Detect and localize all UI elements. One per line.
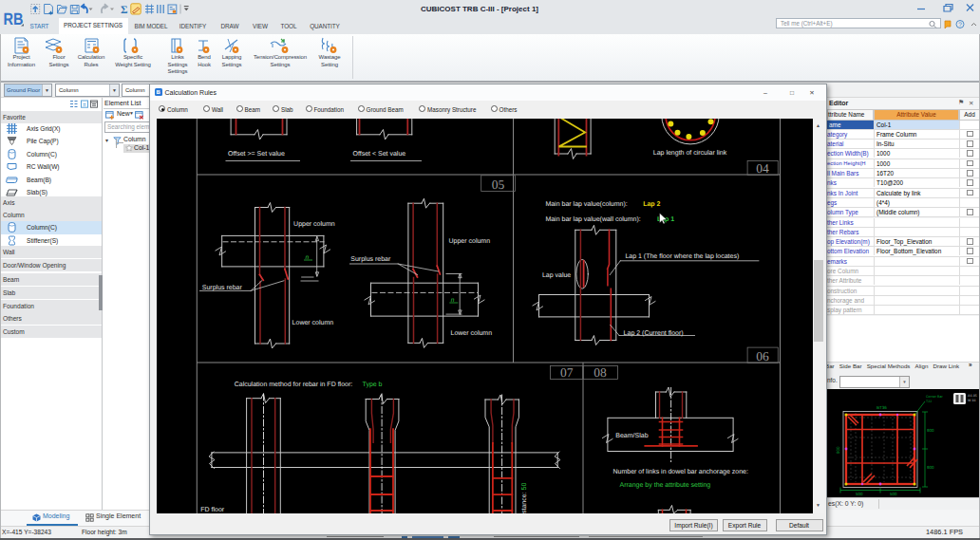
svg-text:Upper column: Upper column [448,236,490,244]
svg-text:Arrange by the attribute setti: Arrange by the attribute setting [619,481,710,489]
svg-text:FD floor: FD floor [200,506,225,513]
svg-text:Surplus rebar: Surplus rebar [350,254,391,262]
svg-text:05: 05 [491,177,504,191]
svg-text:04: 04 [756,161,769,176]
svg-text:Lap length of circular link: Lap length of circular link [652,149,726,157]
svg-text:900: 900 [836,446,840,454]
svg-text:T22: T22 [926,400,932,403]
svg-text:Main bar lap value(column):: Main bar lap value(column): [545,200,627,208]
svg-text:900: 900 [927,465,934,470]
svg-text:?: ? [958,22,962,28]
svg-text:900: 900 [927,428,934,433]
svg-text:Main bar lap value(wall column: Main bar lap value(wall column): [545,214,640,222]
svg-text:n: n [305,253,309,260]
svg-text:Lower column: Lower column [292,318,333,326]
svg-text:RB: RB [4,11,24,28]
svg-text:W 34: W 34 [968,399,975,402]
svg-text:Lap 2: Lap 2 [643,201,660,208]
svg-text:Surplus rebar: Surplus rebar [201,283,242,290]
svg-text:Offset >= Set value: Offset >= Set value [228,150,285,158]
svg-text:Lap value: Lap value [541,270,570,278]
svg-text:BT36: BT36 [876,405,887,410]
svg-text:Corner Bar: Corner Bar [926,395,943,399]
svg-text:500: 500 [856,492,863,496]
svg-text:08: 08 [594,365,607,380]
svg-text:Lower column: Lower column [450,328,492,336]
svg-text:stance: 50: stance: 50 [520,482,527,512]
svg-text:06: 06 [756,348,769,363]
svg-text:Beam/Slab: Beam/Slab [615,432,648,439]
svg-text:500: 500 [890,492,897,496]
svg-text:AS 35: AS 35 [968,394,977,398]
svg-text:Σ: Σ [121,5,128,15]
svg-text:Upper column: Upper column [293,220,335,228]
svg-text:Type b: Type b [362,381,382,388]
svg-text:Offset < Set value: Offset < Set value [352,150,405,158]
svg-text:Calculation method for rebar i: Calculation method for rebar in FD floor… [234,381,352,388]
svg-text:07: 07 [559,365,573,380]
svg-text:Number of links in dowel bar a: Number of links in dowel bar anchorage z… [612,468,747,475]
svg-text:B: B [156,89,160,96]
svg-text:Lap 1 (The floor where the lap: Lap 1 (The floor where the lap locates) [625,252,739,260]
svg-text:n: n [450,296,454,303]
